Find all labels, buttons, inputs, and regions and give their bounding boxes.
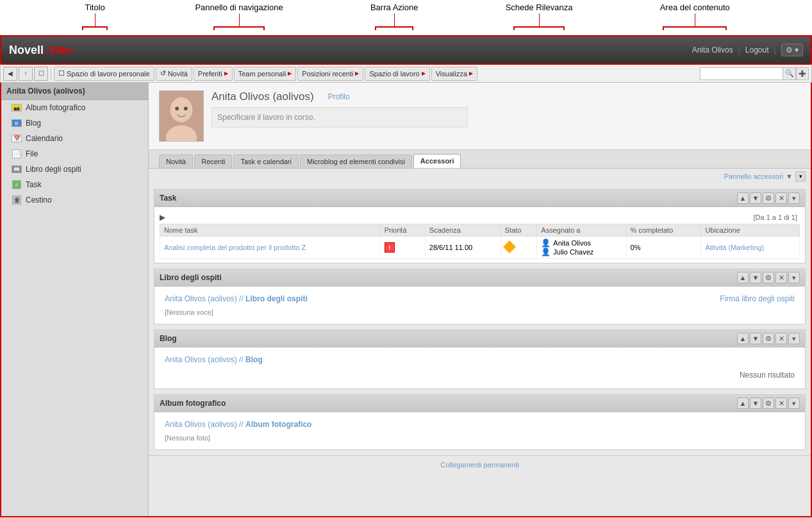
search-button[interactable]: 🔍 — [783, 67, 796, 80]
nav-visualizza[interactable]: Visualizza ▶ — [431, 67, 477, 81]
col-nome: Nome task — [160, 224, 381, 237]
tab-task-calendari[interactable]: Task e calendari — [233, 155, 299, 168]
priority-icon: ! — [385, 242, 395, 253]
tab-accessori[interactable]: Accessori — [413, 154, 461, 168]
album-widget: Album fotografico ▲ ▼ ⚙ ✕ ▾ Anita Olivos… — [154, 394, 806, 450]
task-icon: ✓ — [12, 180, 22, 190]
album-close-btn[interactable]: ✕ — [775, 397, 787, 409]
sidebar-item-blog[interactable]: B Blog — [1, 115, 148, 131]
nav-spazio[interactable]: Spazio di lavoro ▶ — [365, 67, 429, 81]
nav-recenti[interactable]: Posizioni recenti ▶ — [297, 67, 363, 81]
profile-photo — [159, 90, 204, 142]
content-area: Anita Olivos (aolivos) Profilo Specifica… — [149, 83, 811, 516]
blog-no-result: Nessun risultato — [160, 368, 800, 385]
task-up-btn[interactable]: ▲ — [737, 192, 749, 204]
col-scadenza: Scadenza — [425, 224, 501, 237]
task-assegnato: 👤 Anita Olivos 👤 Julio Chavez — [537, 237, 626, 259]
guestbook-note: [Nessuna voce] — [160, 307, 313, 320]
permalink-link[interactable]: Collegamenti permanenti — [440, 461, 518, 469]
album-up-btn[interactable]: ▲ — [737, 397, 749, 409]
accessori-panel-link[interactable]: Pannello accessori — [724, 172, 783, 180]
tab-recenti[interactable]: Recenti — [194, 155, 232, 168]
col-stato: Stato — [501, 224, 537, 237]
sidebar-label-cestino: Cestino — [26, 196, 52, 205]
guestbook-down-btn[interactable]: ▼ — [750, 272, 761, 283]
accessori-panel-header: Pannello accessori ▼ ▾ — [149, 169, 811, 184]
sidebar-item-cestino[interactable]: 🗑 Cestino — [1, 192, 148, 208]
sidebar-item-task[interactable]: ✓ Task — [1, 177, 148, 192]
sidebar-header: Anita Olivos (aolivos) — [1, 83, 148, 100]
album-content: Anita Olivos (aolivos) // Album fotograf… — [154, 412, 805, 449]
ann-label-titolo: Titolo — [85, 3, 104, 12]
guestbook-close-btn[interactable]: ✕ — [775, 272, 787, 283]
upload-button[interactable]: ↑ — [19, 67, 33, 81]
nav-team[interactable]: Team personali ▶ — [234, 67, 297, 81]
guestbook-collapse-btn[interactable]: ▾ — [788, 272, 800, 283]
task-nome-link[interactable]: Analisi completa del prodotto per il pro… — [164, 244, 306, 251]
sidebar-item-libro[interactable]: 📖 Libro degli ospiti — [1, 162, 148, 177]
guestbook-content: Anita Olivos (aolivos) // Libro degli os… — [154, 287, 805, 324]
task-collapse-btn[interactable]: ▾ — [788, 192, 800, 204]
task-scadenza: 28/6/11 11.00 — [425, 237, 501, 259]
sidebar-label-blog: Blog — [26, 119, 41, 128]
blog-down-btn[interactable]: ▼ — [750, 333, 761, 344]
task-widget-content: ▶ [Da 1 a 1 di 1] Nome task Priorità Sca… — [154, 207, 805, 263]
task-expand[interactable]: ▶ — [160, 213, 165, 222]
add-button[interactable]: ✚ — [796, 67, 809, 80]
toolbar-separator-1 — [51, 67, 51, 80]
blog-close-btn[interactable]: ✕ — [775, 333, 787, 344]
blog-gear-btn[interactable]: ⚙ — [763, 333, 774, 344]
guestbook-sign-link[interactable]: Firma libro degli ospiti — [720, 294, 795, 303]
nav-team-arrow: ▶ — [288, 71, 292, 76]
nav-preferiti-label: Preferiti — [198, 70, 222, 78]
album-gear-btn[interactable]: ⚙ — [763, 397, 774, 409]
task-table: Nome task Priorità Scadenza Stato Assegn… — [160, 224, 800, 259]
sidebar-item-calendario[interactable]: 📅 Calendario — [1, 131, 148, 146]
gear-button[interactable]: ⚙ ▾ — [781, 44, 803, 56]
accessori-collapse-btn[interactable]: ▾ — [795, 171, 806, 181]
nav-workspace-label: Spazio di lavoro personale — [67, 70, 150, 78]
blog-user-link[interactable]: Anita Olivos (aolivos) — [165, 355, 237, 364]
annotation-area: Area del contenuto — [660, 3, 730, 30]
nav-workspace-personal[interactable]: ☐ Spazio di lavoro personale — [54, 67, 154, 81]
nav-preferiti[interactable]: Preferiti ▶ — [194, 67, 233, 81]
sidebar-item-file[interactable]: 📄 File — [1, 146, 148, 162]
sidebar-item-album[interactable]: 📷 Album fotografico — [1, 100, 148, 115]
annotation-schede: Schede Rilevanza — [506, 3, 573, 30]
album-collapse-btn[interactable]: ▾ — [788, 397, 800, 409]
header-right: Anita Olivos | Logout | ⚙ ▾ — [692, 44, 803, 56]
album-photo-link[interactable]: Album fotografico — [245, 420, 311, 429]
guestbook-gear-btn[interactable]: ⚙ — [763, 272, 774, 283]
album-down-btn[interactable]: ▼ — [750, 397, 761, 409]
guestbook-up-btn[interactable]: ▲ — [737, 272, 749, 283]
blog-blog-link[interactable]: Blog — [245, 355, 263, 364]
task-down-btn[interactable]: ▼ — [750, 192, 761, 204]
album-title: Album fotografico — [160, 399, 226, 408]
toolbar: ◀ ↑ ☐ ☐ Spazio di lavoro personale ↺ Nov… — [0, 63, 812, 83]
logout-link[interactable]: Logout — [745, 46, 769, 54]
blog-up-btn[interactable]: ▲ — [737, 333, 749, 344]
profile-link[interactable]: Profilo — [328, 92, 350, 101]
logo-vibe: Vibe — [49, 45, 70, 56]
blog-collapse-btn[interactable]: ▾ — [788, 333, 800, 344]
back-button[interactable]: ◀ — [3, 67, 17, 81]
task-widget: Task ▲ ▼ ⚙ ✕ ▾ ▶ [Da 1 a 1 di 1] — [154, 189, 806, 263]
task-gear-btn[interactable]: ⚙ — [763, 192, 774, 204]
task-ubicazione-link[interactable]: Attività (Marketing) — [705, 244, 764, 251]
annotation-titolo: Titolo — [82, 3, 108, 30]
svg-point-4 — [184, 106, 188, 110]
search-input[interactable] — [700, 67, 783, 80]
album-user-link[interactable]: Anita Olivos (aolivos) — [165, 420, 237, 429]
sidebar-label-album: Album fotografico — [26, 103, 85, 112]
folder-button[interactable]: ☐ — [34, 67, 48, 81]
logo-novell: Novell — [9, 44, 44, 57]
guestbook-book-link[interactable]: Libro degli ospiti — [245, 294, 308, 303]
tab-novita[interactable]: Novità — [159, 155, 193, 168]
tab-microblog[interactable]: Microblog ed elementi condivisi — [300, 155, 412, 168]
nav-novita[interactable]: ↺ Novità — [156, 67, 192, 81]
guestbook-user-link[interactable]: Anita Olivos (aolivos) — [165, 294, 237, 303]
album-path: Anita Olivos (aolivos) // Album fotograf… — [160, 416, 800, 433]
annotation-pannello: Pannello di navigazione — [195, 3, 283, 30]
col-completato: % completato — [626, 224, 701, 237]
task-close-btn[interactable]: ✕ — [775, 192, 787, 204]
